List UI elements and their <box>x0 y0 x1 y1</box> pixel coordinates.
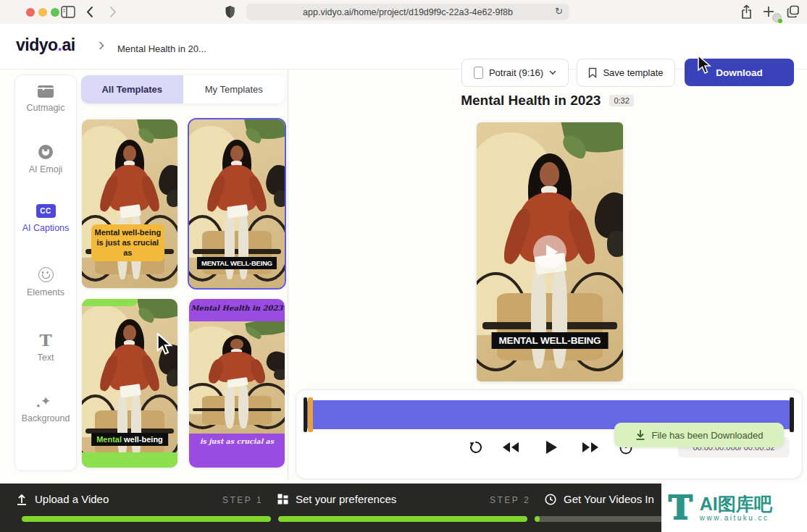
microphone <box>167 370 177 387</box>
back-icon[interactable] <box>85 6 94 18</box>
sidebar-item-background[interactable]: ✦ Background <box>15 395 76 423</box>
purple-template-caption: is just as crucial as <box>189 437 285 445</box>
captions-cc-icon: CC <box>36 204 56 218</box>
person-leg <box>531 265 546 368</box>
privacy-shield-icon[interactable] <box>225 5 235 19</box>
fast-forward-button[interactable] <box>582 439 599 456</box>
vidyo-editor-window: app.vidyo.ai/home/project/d19d9f9c-22a3-… <box>0 0 807 532</box>
clock-icon <box>545 494 556 505</box>
progress-bar-step2 <box>278 516 527 522</box>
download-button[interactable]: Download <box>685 59 794 86</box>
step1-label: STEP 1 <box>222 495 263 505</box>
templates-tabs: All Templates My Templates <box>81 75 285 104</box>
playhead-handle[interactable] <box>308 397 313 432</box>
share-icon[interactable] <box>740 4 753 20</box>
reload-icon[interactable]: ↻ <box>555 6 563 17</box>
duration-badge: 0:32 <box>609 95 633 106</box>
caption-yellow-pill: Mental well-being is just as crucial as <box>91 224 164 261</box>
person-face <box>230 339 243 350</box>
zoom-window-button[interactable] <box>51 8 59 17</box>
restart-button[interactable] <box>467 439 485 456</box>
play-overlay-button[interactable] <box>533 235 566 269</box>
green-accent-strip <box>82 299 138 306</box>
aspect-ratio-label: Potrait (9:16) <box>489 67 543 78</box>
progress-bar-step1 <box>22 516 271 522</box>
browser-chrome: app.vidyo.ai/home/project/d19d9f9c-22a3-… <box>0 0 807 25</box>
emoji-filled-icon <box>38 145 53 159</box>
sidebar-item-text[interactable]: T Text <box>15 333 76 363</box>
microphone <box>274 369 285 380</box>
sidebar-item-cutmagic[interactable]: Cutmagic <box>15 85 76 113</box>
bookmark-icon <box>588 67 597 78</box>
template-thumbnail-green[interactable]: Mental well-being <box>82 299 177 468</box>
step-set-preferences[interactable]: Set your preferences <box>277 493 396 505</box>
sidebar-item-ai-captions[interactable]: CC AI Captions <box>15 204 76 233</box>
tab-my-templates[interactable]: My Templates <box>183 75 285 104</box>
sidebar-item-elements[interactable]: Elements <box>15 267 76 297</box>
preview-caption: MENTAL WELL-BEING <box>492 332 609 349</box>
tools-sidebar: Cutmagic AI Emoji CC AI Captions Element… <box>14 75 77 471</box>
template-thumbnail-yellow[interactable]: Mental well-being is just as crucial as <box>82 119 177 288</box>
save-template-button[interactable]: Save template <box>577 59 675 87</box>
video-frame-art <box>82 119 177 288</box>
chair-frame <box>193 408 280 412</box>
download-status-badge <box>772 13 782 22</box>
rewind-button[interactable] <box>502 439 519 456</box>
person-leg <box>117 392 127 459</box>
person-face <box>123 145 136 161</box>
portrait-frame-icon <box>474 67 483 79</box>
chevron-down-icon <box>549 70 556 75</box>
watermark-title: AI图库吧 <box>700 494 772 515</box>
smiley-outline-icon <box>38 267 54 282</box>
toast-message: File has been Downloaded <box>652 430 764 441</box>
download-label: Download <box>716 67 763 78</box>
text-t-icon: T <box>39 333 51 347</box>
upload-icon <box>16 494 28 505</box>
preferences-grid-icon <box>277 494 288 504</box>
green-bottom-bar <box>82 452 177 468</box>
video-frame-art <box>189 321 285 434</box>
forward-icon[interactable] <box>109 6 117 18</box>
step-get-videos[interactable]: Get Your Videos In <box>545 493 654 505</box>
project-title: Mental Health in 2023 <box>461 93 601 109</box>
sidebar-item-ai-emoji[interactable]: AI Emoji <box>15 145 76 174</box>
minimize-window-button[interactable] <box>38 8 47 17</box>
template-thumbnail-black-bar-selected[interactable]: MENTAL WELL-BEING <box>189 119 285 288</box>
person-leg <box>225 384 235 428</box>
address-bar[interactable]: app.vidyo.ai/home/project/d19d9f9c-22a3-… <box>246 4 569 20</box>
chair-frame <box>482 322 617 330</box>
template-thumbnail-purple[interactable]: Mental Health in 2023 is just as crucial… <box>189 299 285 468</box>
play-button[interactable] <box>543 439 560 456</box>
breadcrumb-chevron-icon <box>99 41 104 50</box>
person-leg <box>552 265 567 368</box>
video-preview[interactable]: MENTAL WELL-BEING <box>477 122 623 381</box>
chair-frame <box>193 249 280 254</box>
microphone <box>274 190 285 207</box>
panel-divider <box>288 69 288 480</box>
breadcrumb[interactable]: Mental Health in 20... <box>117 43 206 54</box>
step2-label: STEP 2 <box>490 495 530 505</box>
person-face <box>123 325 136 341</box>
person-leg <box>238 384 248 428</box>
watermark-url: www.aituku.cc <box>700 514 772 522</box>
trim-start-handle[interactable] <box>304 397 307 432</box>
person-leg <box>131 392 141 459</box>
watermark-logo-icon: T <box>669 492 693 524</box>
close-window-button[interactable] <box>26 8 35 17</box>
sidebar-toggle-icon[interactable] <box>61 6 75 18</box>
watermark: T AI图库吧 www.aituku.cc <box>661 484 807 532</box>
save-template-label: Save template <box>603 67 663 78</box>
tab-overview-icon[interactable] <box>787 5 800 18</box>
sparkles-icon: ✦ <box>41 395 51 408</box>
step-upload-video[interactable]: Upload a Video <box>16 493 109 505</box>
tab-all-templates[interactable]: All Templates <box>81 75 183 104</box>
caption-black-bar: MENTAL WELL-BEING <box>197 257 277 269</box>
url-text: app.vidyo.ai/home/project/d19d9f9c-22a3-… <box>303 7 513 17</box>
caption-green-accent: Mental well-being <box>91 433 168 446</box>
trim-end-handle[interactable] <box>790 397 794 432</box>
download-toast: File has been Downloaded <box>614 423 784 447</box>
clapperboard-icon <box>38 85 54 98</box>
microphone <box>167 190 177 207</box>
vidyo-logo[interactable]: vidyo.ai <box>16 35 75 55</box>
aspect-ratio-dropdown[interactable]: Potrait (9:16) <box>461 59 569 87</box>
